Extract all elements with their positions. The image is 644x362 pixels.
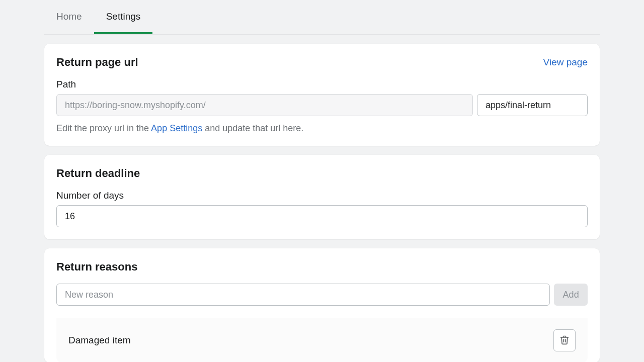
- card-return-reasons: Return reasons Add Damaged item: [44, 248, 600, 362]
- add-reason-button[interactable]: Add: [554, 284, 588, 306]
- reasons-title: Return reasons: [56, 260, 137, 274]
- deadline-title: Return deadline: [56, 167, 140, 180]
- path-suffix-input[interactable]: [477, 94, 588, 116]
- path-label: Path: [56, 79, 588, 90]
- tab-settings[interactable]: Settings: [94, 0, 153, 34]
- trash-icon: [559, 335, 570, 346]
- new-reason-input[interactable]: [56, 284, 550, 306]
- card-return-deadline: Return deadline Number of days: [44, 155, 600, 239]
- days-input[interactable]: [56, 205, 588, 227]
- delete-reason-button[interactable]: [553, 329, 576, 351]
- proxy-helper: Edit the proxy url in the App Settings a…: [56, 123, 588, 134]
- helper-post: and update that url here.: [202, 123, 303, 133]
- tab-bar: Home Settings: [44, 0, 600, 35]
- helper-pre: Edit the proxy url in the: [56, 123, 151, 133]
- days-label: Number of days: [56, 190, 588, 201]
- reason-item-text: Damaged item: [68, 335, 131, 346]
- base-url-input: [56, 94, 473, 116]
- view-page-link[interactable]: View page: [543, 57, 588, 68]
- return-url-title: Return page url: [56, 56, 138, 69]
- reason-list: Damaged item: [56, 318, 588, 362]
- card-return-url: Return page url View page Path Edit the …: [44, 44, 600, 146]
- app-settings-link[interactable]: App Settings: [151, 123, 202, 133]
- tab-home[interactable]: Home: [44, 0, 94, 34]
